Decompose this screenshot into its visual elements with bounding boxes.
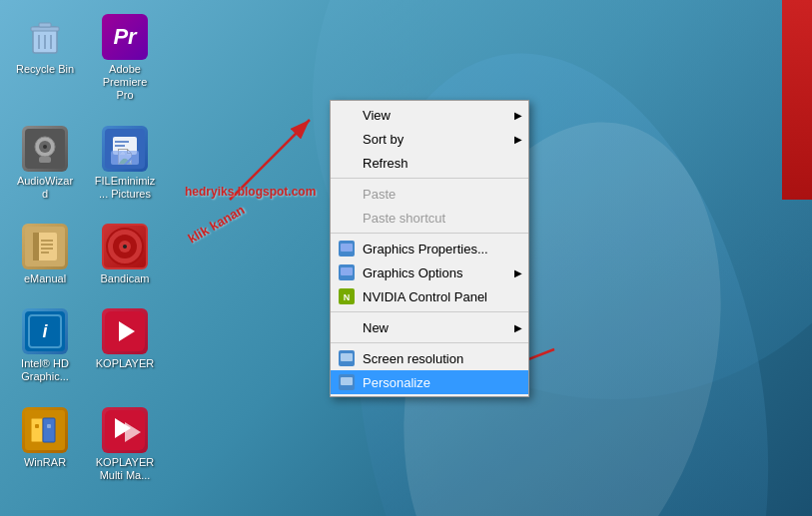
separator-2 [331, 233, 528, 234]
menu-item-graphics-properties[interactable]: Graphics Properties... [331, 237, 528, 260]
recycle-bin-icon [22, 14, 68, 60]
koplayermulti-icon-img [102, 407, 148, 453]
menu-nvidia-label: NVIDIA Control Panel [363, 289, 487, 304]
click-label-text: klik kanan [185, 202, 247, 246]
watermark-text: hedryiks.blogspot.com [185, 185, 316, 199]
svg-rect-2 [39, 23, 51, 27]
desktop: Recycle Bin Pr Adobe Premiere Pro AudioW… [0, 0, 812, 516]
fileminimizer-label: FILEminimiz... Pictures [94, 175, 156, 201]
svg-rect-33 [31, 418, 43, 442]
menu-item-paste[interactable]: Paste [331, 182, 528, 206]
svg-rect-46 [344, 252, 350, 254]
icon-adobe-premiere[interactable]: Pr Adobe Premiere Pro [90, 10, 160, 107]
intelhd-icon-img: i [22, 308, 68, 354]
icon-audiowizard[interactable]: AudioWizard [10, 122, 80, 205]
menu-paste-shortcut-label: Paste shortcut [363, 211, 445, 226]
menu-graphics-options-label: Graphics Options [363, 265, 462, 280]
svg-point-9 [43, 145, 47, 149]
icon-recycle-bin[interactable]: Recycle Bin [10, 10, 80, 107]
recycle-bin-label: Recycle Bin [14, 63, 76, 76]
menu-graphics-properties-label: Graphics Properties... [363, 242, 488, 257]
svg-rect-14 [115, 145, 125, 147]
menu-view-label: View [363, 108, 391, 123]
icon-emanual[interactable]: eManual [10, 220, 80, 289]
svg-rect-13 [115, 141, 129, 143]
svg-rect-49 [341, 267, 353, 275]
koplayer-label: KOPLAYER [94, 357, 156, 370]
svg-text:N: N [344, 292, 351, 302]
menu-new-label: New [363, 320, 389, 335]
koplayermulti-label: KOPLAYER Multi Ma... [94, 456, 156, 482]
svg-rect-34 [43, 418, 55, 442]
menu-item-nvidia[interactable]: N NVIDIA Control Panel [331, 284, 528, 308]
bandicam-label: Bandicam [94, 272, 156, 285]
menu-item-sort-by[interactable]: Sort by ▶ [331, 127, 528, 151]
menu-sort-label: Sort by [363, 132, 404, 147]
separator-3 [331, 311, 528, 312]
svg-rect-35 [35, 424, 39, 428]
koplayer-icon-img [102, 308, 148, 354]
annotation-click-label: klik kanan [185, 215, 248, 237]
menu-refresh-label: Refresh [363, 156, 408, 171]
svg-rect-59 [344, 385, 350, 387]
svg-rect-18 [33, 233, 39, 260]
new-submenu-arrow: ▶ [514, 322, 522, 333]
icon-intelhd[interactable]: i Intel® HD Graphic... [10, 304, 80, 387]
svg-point-26 [123, 245, 127, 249]
menu-item-graphics-options[interactable]: Graphics Options ▶ [331, 260, 528, 284]
bandicam-icon-img [102, 224, 148, 269]
context-menu: View ▶ Sort by ▶ Refresh Paste Paste sho… [330, 100, 529, 397]
svg-rect-55 [344, 361, 350, 363]
menu-paste-label: Paste [363, 187, 396, 202]
svg-line-41 [230, 120, 310, 200]
svg-rect-36 [47, 424, 51, 428]
svg-rect-15 [111, 151, 139, 165]
emanual-icon-img [22, 224, 68, 269]
sort-submenu-arrow: ▶ [514, 134, 522, 145]
svg-rect-10 [39, 157, 51, 163]
separator-1 [331, 178, 528, 179]
adobe-premiere-label: Adobe Premiere Pro [94, 63, 156, 103]
menu-screen-resolution-label: Screen resolution [363, 351, 463, 366]
menu-item-paste-shortcut[interactable]: Paste shortcut [331, 206, 528, 230]
graphics-options-icon [337, 262, 357, 282]
menu-item-new[interactable]: New ▶ [331, 315, 528, 339]
separator-4 [331, 342, 528, 343]
screen-resolution-icon [337, 348, 357, 368]
graphics-options-submenu-arrow: ▶ [514, 267, 522, 278]
svg-rect-58 [341, 377, 353, 385]
emanual-label: eManual [14, 272, 76, 285]
personalize-icon [337, 372, 357, 392]
desktop-icons: Recycle Bin Pr Adobe Premiere Pro AudioW… [5, 5, 170, 501]
icon-winrar[interactable]: WinRAR [10, 403, 80, 486]
svg-rect-50 [344, 275, 350, 277]
graphics-properties-icon [337, 239, 357, 258]
menu-personalize-label: Personalize [363, 375, 430, 390]
svg-rect-60 [342, 387, 352, 389]
icon-koplayer[interactable]: KOPLAYER [90, 304, 160, 387]
menu-item-personalize[interactable]: Personalize [331, 370, 528, 394]
menu-item-refresh[interactable]: Refresh [331, 151, 528, 175]
svg-rect-54 [341, 353, 353, 361]
audiowizard-icon-img [22, 126, 68, 172]
winrar-label: WinRAR [14, 456, 76, 469]
menu-item-view[interactable]: View ▶ [331, 103, 528, 127]
audiowizard-label: AudioWizard [14, 175, 76, 201]
svg-rect-47 [342, 254, 352, 256]
winrar-icon-img [22, 407, 68, 453]
nvidia-icon: N [337, 286, 357, 306]
bg-red-strip [782, 0, 812, 200]
fileminimizer-icon-img [102, 126, 148, 172]
icon-fileminimizer[interactable]: FILEminimiz... Pictures [90, 122, 160, 205]
menu-item-screen-resolution[interactable]: Screen resolution [331, 346, 528, 370]
icon-bandicam[interactable]: Bandicam [90, 220, 160, 289]
svg-rect-1 [31, 27, 59, 31]
view-submenu-arrow: ▶ [514, 110, 522, 121]
icon-koplayermulti[interactable]: KOPLAYER Multi Ma... [90, 403, 160, 486]
svg-rect-45 [341, 244, 353, 252]
intelhd-label: Intel® HD Graphic... [14, 357, 76, 383]
svg-rect-56 [342, 363, 352, 365]
adobe-premiere-icon: Pr [102, 14, 148, 60]
